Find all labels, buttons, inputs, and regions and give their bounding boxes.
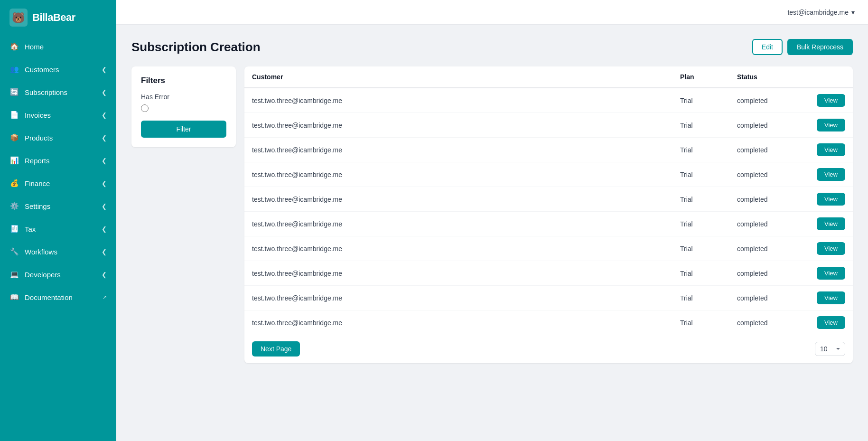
sidebar-item-customers[interactable]: 👥 Customers ❮ bbox=[0, 58, 116, 81]
chevron-icon: ❮ bbox=[102, 89, 107, 96]
billabar-logo-icon: 🐻 bbox=[9, 9, 28, 27]
sidebar-item-label: Finance bbox=[25, 179, 96, 188]
documentation-icon: 📖 bbox=[9, 292, 19, 302]
view-button[interactable]: View bbox=[817, 168, 845, 181]
has-error-radio[interactable] bbox=[141, 104, 149, 112]
sidebar-item-reports[interactable]: 📊 Reports ❮ bbox=[0, 149, 116, 172]
sidebar-item-label: Home bbox=[25, 43, 107, 51]
chevron-icon: ❮ bbox=[102, 134, 107, 141]
user-email: test@icambridge.me bbox=[787, 9, 849, 16]
sidebar-item-label: Settings bbox=[25, 202, 96, 210]
header-actions: Edit Bulk Reprocess bbox=[752, 39, 853, 55]
column-plan: Plan bbox=[672, 66, 729, 88]
view-button[interactable]: View bbox=[817, 242, 845, 255]
brand-name: BillaBear bbox=[32, 11, 75, 24]
cell-action: View bbox=[805, 310, 853, 335]
view-button[interactable]: View bbox=[817, 217, 845, 230]
page-header: Subscription Creation Edit Bulk Reproces… bbox=[131, 39, 853, 55]
sidebar-item-label: Developers bbox=[25, 271, 96, 279]
page-title: Subscription Creation bbox=[131, 40, 261, 55]
cell-customer: test.two.three@icambridge.me bbox=[244, 187, 672, 212]
subscriptions-icon: 🔄 bbox=[9, 87, 19, 97]
chevron-icon: ❮ bbox=[102, 157, 107, 164]
sidebar-item-label: Products bbox=[25, 134, 96, 142]
settings-icon: ⚙️ bbox=[9, 201, 19, 211]
cell-action: View bbox=[805, 236, 853, 261]
cell-plan: Trial bbox=[672, 187, 729, 212]
home-icon: 🏠 bbox=[9, 42, 19, 51]
body-grid: Filters Has Error Filter Customer Plan S… bbox=[131, 66, 853, 363]
cell-plan: Trial bbox=[672, 261, 729, 286]
cell-action: View bbox=[805, 138, 853, 162]
cell-plan: Trial bbox=[672, 162, 729, 187]
cell-status: completed bbox=[729, 261, 805, 286]
table-row: test.two.three@icambridge.me Trial compl… bbox=[244, 162, 853, 187]
workflows-icon: 🔧 bbox=[9, 247, 19, 256]
view-button[interactable]: View bbox=[817, 193, 845, 206]
user-menu[interactable]: test@icambridge.me ▾ bbox=[787, 9, 855, 16]
view-button[interactable]: View bbox=[817, 316, 845, 329]
cell-plan: Trial bbox=[672, 88, 729, 113]
content-area: Subscription Creation Edit Bulk Reproces… bbox=[116, 25, 868, 441]
cell-plan: Trial bbox=[672, 138, 729, 162]
products-icon: 📦 bbox=[9, 133, 19, 142]
view-button[interactable]: View bbox=[817, 267, 845, 280]
view-button[interactable]: View bbox=[817, 119, 845, 131]
column-customer: Customer bbox=[244, 66, 672, 88]
invoices-icon: 📄 bbox=[9, 110, 19, 120]
cell-customer: test.two.three@icambridge.me bbox=[244, 236, 672, 261]
edit-button[interactable]: Edit bbox=[752, 39, 783, 55]
nav-items: 🏠 Home 👥 Customers ❮ 🔄 Subscriptions ❮ 📄… bbox=[0, 35, 116, 309]
table-row: test.two.three@icambridge.me Trial compl… bbox=[244, 187, 853, 212]
view-button[interactable]: View bbox=[817, 143, 845, 156]
developers-icon: 💻 bbox=[9, 270, 19, 279]
chevron-icon: ❮ bbox=[102, 180, 107, 187]
customers-icon: 👥 bbox=[9, 65, 19, 74]
sidebar-item-settings[interactable]: ⚙️ Settings ❮ bbox=[0, 195, 116, 217]
cell-customer: test.two.three@icambridge.me bbox=[244, 138, 672, 162]
sidebar-item-home[interactable]: 🏠 Home bbox=[0, 35, 116, 58]
sidebar-item-label: Workflows bbox=[25, 248, 96, 256]
sidebar-item-tax[interactable]: 🧾 Tax ❮ bbox=[0, 217, 116, 240]
view-button[interactable]: View bbox=[817, 291, 845, 304]
sidebar-item-invoices[interactable]: 📄 Invoices ❮ bbox=[0, 103, 116, 126]
next-page-button[interactable]: Next Page bbox=[252, 341, 300, 357]
table-row: test.two.three@icambridge.me Trial compl… bbox=[244, 286, 853, 310]
bulk-reprocess-button[interactable]: Bulk Reprocess bbox=[787, 39, 853, 55]
table-row: test.two.three@icambridge.me Trial compl… bbox=[244, 113, 853, 138]
sidebar-item-subscriptions[interactable]: 🔄 Subscriptions ❮ bbox=[0, 81, 116, 103]
cell-status: completed bbox=[729, 187, 805, 212]
table-panel: Customer Plan Status test.two.three@icam… bbox=[244, 66, 853, 363]
view-button[interactable]: View bbox=[817, 94, 845, 107]
pagination-bar: Next Page 10 25 50 100 bbox=[244, 335, 853, 363]
cell-customer: test.two.three@icambridge.me bbox=[244, 261, 672, 286]
cell-action: View bbox=[805, 113, 853, 138]
cell-status: completed bbox=[729, 236, 805, 261]
per-page-select[interactable]: 10 25 50 100 bbox=[815, 342, 845, 356]
chevron-icon: ❮ bbox=[102, 271, 107, 278]
sidebar-item-workflows[interactable]: 🔧 Workflows ❮ bbox=[0, 240, 116, 263]
cell-plan: Trial bbox=[672, 286, 729, 310]
cell-action: View bbox=[805, 162, 853, 187]
column-status: Status bbox=[729, 66, 805, 88]
sidebar-item-label: Invoices bbox=[25, 111, 96, 119]
sidebar-item-label: Tax bbox=[25, 225, 96, 233]
sidebar-item-products[interactable]: 📦 Products ❮ bbox=[0, 126, 116, 149]
table-header: Customer Plan Status bbox=[244, 66, 853, 88]
filters-panel: Filters Has Error Filter bbox=[131, 66, 236, 147]
sidebar-item-developers[interactable]: 💻 Developers ❮ bbox=[0, 263, 116, 286]
finance-icon: 💰 bbox=[9, 178, 19, 188]
sidebar-item-documentation[interactable]: 📖 Documentation ↗ bbox=[0, 286, 116, 309]
filter-button[interactable]: Filter bbox=[141, 121, 226, 138]
cell-customer: test.two.three@icambridge.me bbox=[244, 113, 672, 138]
sidebar-logo[interactable]: 🐻 BillaBear bbox=[0, 0, 116, 35]
cell-plan: Trial bbox=[672, 113, 729, 138]
chevron-icon: ❮ bbox=[102, 225, 107, 233]
sidebar-item-finance[interactable]: 💰 Finance ❮ bbox=[0, 172, 116, 195]
main-area: test@icambridge.me ▾ Subscription Creati… bbox=[116, 0, 868, 441]
cell-action: View bbox=[805, 212, 853, 236]
table-row: test.two.three@icambridge.me Trial compl… bbox=[244, 261, 853, 286]
tax-icon: 🧾 bbox=[9, 224, 19, 234]
cell-plan: Trial bbox=[672, 212, 729, 236]
chevron-icon: ❮ bbox=[102, 112, 107, 119]
